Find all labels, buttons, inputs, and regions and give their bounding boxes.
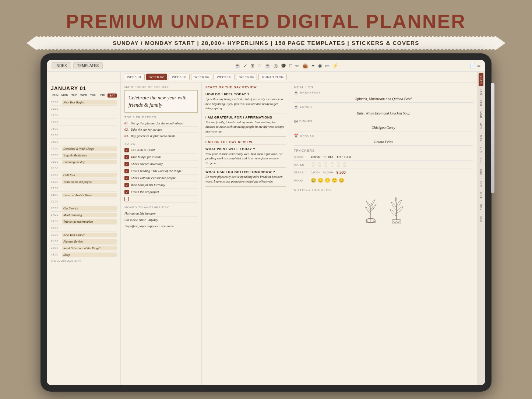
focus-box: Celebrate the new year with friends & fa… [124,90,198,113]
p1-num: 01. [124,121,128,125]
week-btn-4[interactable]: WEEK 04 [191,74,212,80]
main-focus-label: MAIN FOCUS OF THE DAY [124,85,198,89]
week-btn-1[interactable]: WEEK 01 [124,74,145,80]
snacks-icon: 📅 [294,134,298,138]
page-wrapper: PREMIUM UNDATED DIGITAL PLANNER SUNDAY /… [0,0,532,50]
toolbar-tabs: INDEX TEMPLATES [52,62,103,69]
hamburger-menu[interactable]: ≡ [477,63,480,69]
time-event: Yoga & Meditation [62,153,117,158]
moved-list: Haircut on 5th JanuaryGet a new chair - … [124,211,198,229]
icon-heart[interactable]: ♡ [257,63,262,69]
tab-feb[interactable]: FEB [479,98,483,109]
month-label: JANUARY 01 [51,85,117,91]
time-row: 05:00 [51,132,117,139]
icon-check[interactable]: ✓ [243,63,247,69]
checkbox-checked[interactable]: ✓ [124,183,129,187]
templates-tab[interactable]: TEMPLATES [73,62,103,69]
todo-list: ✓Call Nini at 11:00✓Take Mingo for a wal… [124,147,198,203]
mood-tracker: MOOD 😢 😐 😶 🙂 😊 [294,176,473,185]
time-label: 22:00 [51,246,62,250]
todo-text: Call Nini at 11:00 [131,148,155,152]
todo-text: Wish Sam for his birthday [131,183,165,187]
icon-star[interactable]: ✦ [311,63,315,69]
week-btn-6[interactable]: WEEK 06 [236,74,257,80]
time-row: 02:00 [51,112,117,119]
moved-item: Haircut on 5th January [124,211,198,217]
page-icon[interactable]: 📄 [470,63,476,69]
toolbar-icons: ☕ ✓ ⊞ ♡ ☕ ◎ 🎓 □ ✏ 👜 ✦ ◉ ▭ ⚡ [235,63,338,69]
icon-square[interactable]: □ [289,63,292,69]
checkbox-checked[interactable]: ✓ [124,176,129,180]
q2-end: WHAT CAN I DO BETTER TOMORROW ? [205,170,286,174]
week-btn-2[interactable]: WEEK 02 [146,74,167,80]
time-row: 07:00Breakfast & Walk Mingo [51,145,117,152]
icon-bag[interactable]: 👜 [302,63,308,69]
tab-may[interactable]: MAY [479,133,483,144]
month-plan-btn[interactable]: MONTH PLAN [258,74,287,80]
tab-nov[interactable]: NOV [479,202,483,213]
cup2: 🥛 [317,162,322,167]
svg-point-10 [394,222,395,223]
mood-icons: 😢 😐 😶 🙂 😊 [311,178,344,183]
week-btn-5[interactable]: WEEK 05 [214,74,235,80]
lunch-label: LUNCH [300,105,312,109]
review-panel: START OF THE DAY REVIEW HOW DO I FEEL TO… [202,82,290,385]
water-label: WATER [294,163,309,166]
tab-dec[interactable]: DEC [479,213,483,225]
icon-lightning[interactable]: ⚡ [332,63,338,69]
checkbox-checked[interactable]: ✓ [124,169,129,173]
time-event: New Year Dinner [62,233,117,237]
tab-sep[interactable]: SEP [479,179,483,189]
time-label: 16:00 [51,206,62,210]
time-row: 04:00 [51,126,117,132]
moved-item: Get a new chair - anyday [124,217,198,223]
time-event: Read "The Lord of the Rings" [62,246,117,250]
time-event: Trip to the supermarket [62,219,117,224]
todo-item [124,196,198,203]
steps-actual: 9,500 [337,170,346,174]
todo-text: Check with the car service people [131,176,176,180]
tab-mar[interactable]: MAR [479,109,483,121]
time-label: 23:00 [51,253,62,256]
icon-pencil[interactable]: ✏ [295,63,299,69]
checkbox-checked[interactable]: ✓ [124,155,129,159]
tab-jan[interactable]: JAN [479,87,483,97]
time-label: 02:00 [51,114,62,117]
end-review-title: END OF THE DAY REVIEW [205,140,286,145]
tablet-screen: INDEX TEMPLATES ☕ ✓ ⊞ ♡ ☕ ◎ 🎓 □ ✏ 👜 ✦ ◉ [47,60,485,385]
time-label: 10:00 [51,167,62,170]
svg-point-11 [395,222,396,223]
todo-item: ✓Call Nini at 11:00 [124,147,198,154]
checkbox-checked[interactable]: ✓ [124,190,129,194]
tab-aug[interactable]: AUG [479,167,483,178]
cup5: 🥛 [336,162,341,167]
time-label: 06:00 [51,140,62,144]
tab-oct[interactable]: OCT [479,190,483,201]
steps-label: STEPS [294,171,309,174]
checkbox-checked[interactable]: ✓ [124,148,129,152]
header: PREMIUM UNDATED DIGITAL PLANNER [0,0,532,36]
schedule-panel: JANUARY 01 SUN MON TUE WED THU FRI SAT [47,82,121,385]
tab-apr[interactable]: APR [479,121,483,132]
steps-val2: 10,000+ [323,171,334,174]
icon-cloud[interactable]: ◉ [318,63,322,69]
p3-text: Buy groceries & plan week meals [131,134,175,138]
index-tab[interactable]: INDEX [52,62,71,69]
icon-folder[interactable]: ▭ [325,63,330,69]
icon-grad[interactable]: 🎓 [281,63,286,69]
svg-point-9 [399,221,400,222]
tab-jul[interactable]: JUL [479,156,483,166]
icon-link[interactable]: ⊞ [250,63,254,69]
icon-target[interactable]: ◎ [274,63,278,69]
icon-cup[interactable]: ☕ [265,63,271,69]
a2-start: For my family, friends and my work. I am… [205,120,286,137]
sleep-label: SLEEP [294,156,309,159]
tab-year[interactable]: YEAR [479,73,483,86]
checkbox-checked[interactable]: ✓ [124,162,129,166]
icon-coffee[interactable]: ☕ [235,63,240,69]
mood-neutral-sad: 😐 [318,178,323,183]
week-btn-3[interactable]: WEEK 03 [169,74,190,80]
time-row: 10:00 [51,165,117,172]
tab-jun[interactable]: JUN [479,145,483,155]
checkbox-empty[interactable] [124,197,129,201]
